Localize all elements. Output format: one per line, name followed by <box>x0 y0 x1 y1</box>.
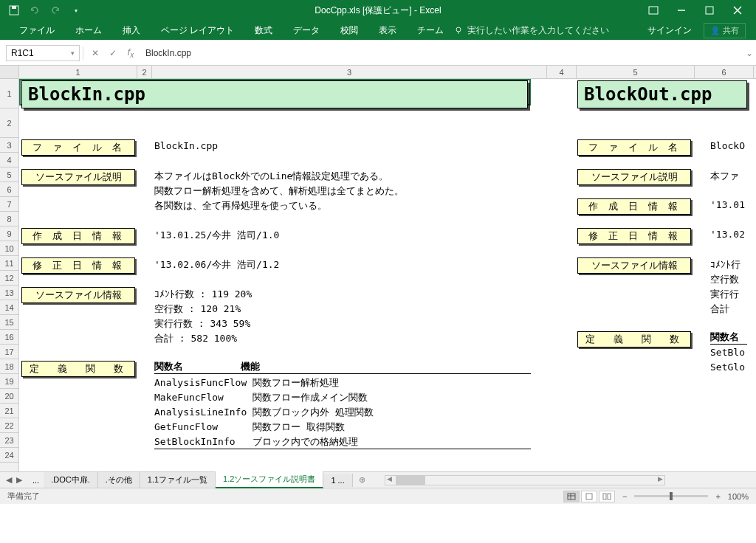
col-header[interactable]: 6 <box>695 66 754 78</box>
fx-icon[interactable]: fx <box>122 45 140 61</box>
name-box-dropdown-icon[interactable]: ▾ <box>71 49 75 57</box>
tell-me-search[interactable]: 実行したい作業を入力してください <box>454 24 609 37</box>
row-header[interactable]: 2 <box>0 108 18 138</box>
sheet-prev-icon[interactable]: ◀ <box>6 475 12 485</box>
scroll-right-icon[interactable]: ▶ <box>658 475 663 483</box>
row-header[interactable]: 3 <box>0 138 18 153</box>
row-header[interactable]: 5 <box>0 167 18 182</box>
col-header[interactable]: 2 <box>137 66 152 78</box>
svg-point-7 <box>456 27 461 32</box>
spreadsheet-grid[interactable]: 1 2 3 4 5 6 1 2 3 4 5 6 7 8 9 10 11 12 1… <box>0 66 756 471</box>
close-icon[interactable] <box>732 5 743 15</box>
value-filename-left: BlockIn.cpp <box>154 140 218 151</box>
row-header[interactable]: 19 <box>0 374 18 389</box>
sheet-tab-active[interactable]: 1.2ソースファイル説明書 <box>216 471 323 488</box>
tab-pagelayout[interactable]: ページ レイアウト <box>151 24 244 37</box>
add-sheet-icon[interactable]: ⊕ <box>353 475 371 485</box>
label-deffunc-right: 定 義 関 数 <box>577 331 691 347</box>
undo-icon[interactable] <box>30 5 40 15</box>
value-desc-right: 本ファ <box>710 170 739 183</box>
sheet-next-icon[interactable]: ▶ <box>16 475 22 485</box>
save-icon[interactable] <box>9 5 19 15</box>
sheet-tab[interactable]: 1 ... <box>323 474 352 487</box>
row-header[interactable]: 13 <box>0 286 18 300</box>
expand-formula-icon[interactable]: ⌄ <box>743 48 756 58</box>
value-filename-right: BlockO <box>710 140 745 151</box>
page-layout-view-icon[interactable] <box>581 491 597 502</box>
tab-file[interactable]: ファイル <box>9 24 65 37</box>
row-header[interactable]: 9 <box>0 226 18 241</box>
share-button[interactable]: 👤 共有 <box>704 23 746 38</box>
zoom-in-icon[interactable]: + <box>715 492 720 501</box>
row-header[interactable]: 15 <box>0 315 18 330</box>
name-box[interactable]: R1C1 ▾ <box>6 45 80 61</box>
status-ready: 準備完了 <box>7 491 40 502</box>
sheet-tab[interactable]: .DOC中扉. <box>44 472 98 488</box>
row-header[interactable]: 7 <box>0 197 18 212</box>
tab-formulas[interactable]: 数式 <box>244 24 283 37</box>
tab-insert[interactable]: 挿入 <box>112 24 151 37</box>
svg-rect-13 <box>603 494 606 499</box>
col-header[interactable]: 5 <box>577 66 695 78</box>
row-header[interactable]: 12 <box>0 271 18 286</box>
sheet-tab[interactable]: 1.1ファイル一覧 <box>140 472 216 488</box>
select-all-corner[interactable] <box>0 66 19 78</box>
row-header[interactable]: 6 <box>0 182 18 197</box>
tab-view[interactable]: 表示 <box>368 24 407 37</box>
tab-home[interactable]: ホーム <box>65 24 112 37</box>
normal-view-icon[interactable] <box>563 491 580 502</box>
row-header[interactable]: 24 <box>0 448 18 463</box>
func-header: 関数名 機能 <box>154 360 531 374</box>
row-header[interactable]: 18 <box>0 359 18 374</box>
tab-data[interactable]: データ <box>283 24 330 37</box>
row-header[interactable]: 20 <box>0 389 18 404</box>
row-header[interactable]: 16 <box>0 330 18 345</box>
horizontal-scrollbar[interactable]: ◀ ▶ <box>385 475 665 485</box>
maximize-icon[interactable] <box>704 5 715 15</box>
col-header[interactable]: 4 <box>547 66 577 78</box>
formula-input[interactable]: BlockIn.cpp <box>140 46 743 60</box>
section-header-left: BlockIn.cpp <box>21 80 528 108</box>
tab-team[interactable]: チーム <box>407 24 454 37</box>
label-created-left: 作 成 日 情 報 <box>21 228 135 244</box>
row-header[interactable]: 4 <box>0 153 18 167</box>
zoom-slider[interactable] <box>634 495 708 497</box>
cell-area[interactable]: BlockIn.cpp BlockOut.cpp フ ァ イ ル 名 Block… <box>19 79 756 471</box>
zoom-out-icon[interactable]: − <box>622 492 627 501</box>
row-header[interactable]: 14 <box>0 300 18 315</box>
scrollbar-thumb[interactable] <box>396 476 425 485</box>
row-header[interactable]: 17 <box>0 345 18 359</box>
page-break-view-icon[interactable] <box>599 491 615 502</box>
sheet-nav[interactable]: ◀ ▶ <box>0 475 28 485</box>
sheet-tab[interactable]: .その他 <box>98 472 140 488</box>
col-header[interactable]: 3 <box>152 66 547 78</box>
zoom-level[interactable]: 100% <box>728 492 749 501</box>
row-header[interactable]: 21 <box>0 404 18 418</box>
enter-formula-icon[interactable]: ✓ <box>104 45 122 61</box>
col-header[interactable]: 1 <box>19 66 137 78</box>
redo-icon[interactable] <box>50 5 61 15</box>
row-header[interactable]: 1 <box>0 79 18 108</box>
ribbon-options-icon[interactable] <box>648 5 659 15</box>
qat-dropdown-icon[interactable]: ▾ <box>71 5 81 15</box>
label-filename-left: フ ァ イ ル 名 <box>21 139 135 156</box>
row-header[interactable]: 11 <box>0 256 18 271</box>
row-header[interactable]: 10 <box>0 241 18 256</box>
tell-me-text: 実行したい作業を入力してください <box>467 24 609 37</box>
sheet-more[interactable]: ... <box>28 476 44 485</box>
scroll-left-icon[interactable]: ◀ <box>387 475 392 483</box>
value-info3: 実行行数 : 343 59% <box>154 317 250 331</box>
svg-rect-1 <box>12 6 16 9</box>
signin-link[interactable]: サインイン <box>647 24 692 37</box>
cancel-formula-icon[interactable]: ✕ <box>86 45 104 61</box>
row-header[interactable]: 8 <box>0 212 18 226</box>
value-i1-right: ｺﾒﾝﾄ行 <box>710 258 740 272</box>
row-header[interactable]: 23 <box>0 433 18 448</box>
zoom-thumb[interactable] <box>670 492 673 500</box>
func-row: AnalysisFuncFlow 関数フロー解析処理 <box>154 376 339 390</box>
row-header[interactable]: 22 <box>0 418 18 433</box>
minimize-icon[interactable] <box>676 5 687 15</box>
tab-review[interactable]: 校閲 <box>330 24 368 37</box>
func-row: GetFuncFlow 関数フロー 取得関数 <box>154 421 345 434</box>
name-box-value: R1C1 <box>11 48 34 58</box>
